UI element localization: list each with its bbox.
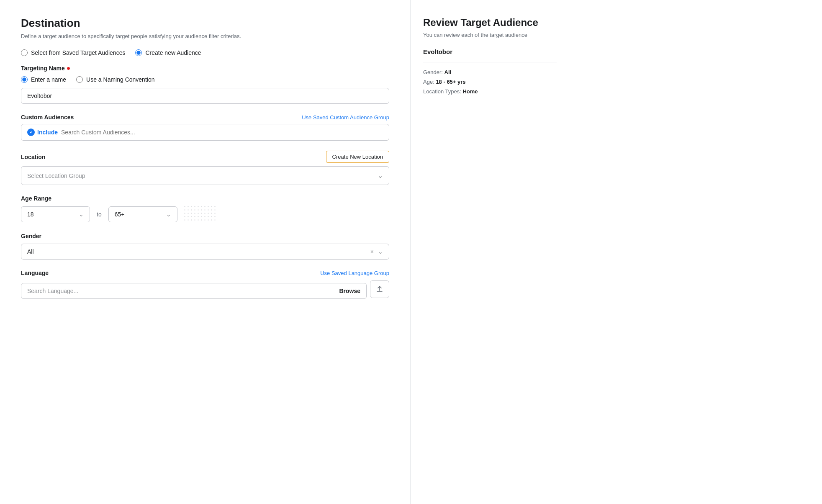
location-chevron-icon: ⌄ [378, 172, 383, 180]
sidebar-audience-name: Evoltobor [423, 48, 557, 55]
sidebar-subtitle: You can review each of the target audien… [423, 32, 557, 38]
gender-right-icons: × ⌄ [370, 248, 383, 255]
include-badge: Include [27, 129, 58, 136]
sidebar-title: Review Target Audience [423, 17, 557, 28]
targeting-name-label: Targeting Name ● [21, 64, 389, 72]
create-audience-radio-label[interactable]: Create new Audience [135, 49, 201, 56]
location-section: Location Create New Location Select Loca… [21, 151, 389, 185]
audience-type-group: Select from Saved Target Audiences Creat… [21, 49, 389, 56]
sidebar-divider [423, 62, 557, 62]
gender-clear-icon[interactable]: × [370, 248, 374, 255]
language-row: Search Language... Browse [21, 280, 389, 299]
include-label: Include [37, 129, 58, 136]
age-from-value: 18 [27, 211, 34, 218]
language-header: Language Use Saved Language Group [21, 270, 389, 276]
age-range-section: Age Range 18 ⌄ to 65+ ⌄ [21, 195, 389, 223]
gender-label: Gender [21, 233, 389, 239]
sidebar: Review Target Audience You can review ea… [410, 0, 569, 504]
page-subtitle: Define a target audience to specifically… [21, 33, 389, 39]
language-placeholder: Search Language... [27, 288, 339, 294]
age-to-value: 65+ [115, 211, 125, 218]
custom-audiences-input[interactable] [61, 129, 383, 136]
sidebar-age-detail: Age: 18 - 65+ yrs [423, 79, 557, 85]
age-from-chevron-icon: ⌄ [79, 211, 84, 218]
naming-convention-radio[interactable] [76, 76, 83, 83]
gender-section: Gender All × ⌄ [21, 233, 389, 260]
saved-audiences-radio[interactable] [21, 49, 28, 56]
age-range-wrapper: 18 ⌄ to 65+ ⌄ [21, 206, 389, 223]
naming-convention-group: Enter a name Use a Naming Convention [21, 76, 389, 83]
age-range-label: Age Range [21, 195, 389, 202]
age-to-label: to [97, 211, 102, 218]
enter-name-radio-label[interactable]: Enter a name [21, 76, 66, 83]
custom-audiences-label: Custom Audiences [21, 114, 74, 121]
create-audience-radio[interactable] [135, 49, 142, 56]
naming-convention-label: Use a Naming Convention [86, 76, 154, 83]
page-title: Destination [21, 17, 389, 30]
upload-icon [376, 286, 383, 293]
use-saved-language-group-button[interactable]: Use Saved Language Group [320, 270, 389, 276]
targeting-name-section: Targeting Name ● Enter a name Use a Nami… [21, 64, 389, 114]
language-search-box[interactable]: Search Language... Browse [21, 283, 367, 299]
gender-value: All [27, 248, 34, 255]
use-saved-custom-audience-button[interactable]: Use Saved Custom Audience Group [302, 114, 389, 121]
age-to-select[interactable]: 65+ ⌄ [108, 206, 177, 222]
saved-audiences-radio-label[interactable]: Select from Saved Target Audiences [21, 49, 125, 56]
language-label: Language [21, 270, 49, 276]
age-range-controls: 18 ⌄ to 65+ ⌄ [21, 206, 389, 223]
required-indicator: ● [67, 64, 71, 72]
dots-pattern-svg [184, 206, 218, 223]
targeting-name-input[interactable] [21, 88, 389, 104]
sidebar-location-types-detail: Location Types: Home [423, 88, 557, 95]
gender-select[interactable]: All × ⌄ [21, 244, 389, 260]
dotted-decoration [184, 206, 218, 223]
age-from-select[interactable]: 18 ⌄ [21, 206, 90, 222]
language-browse-button[interactable]: Browse [339, 288, 360, 294]
location-group-select[interactable]: Select Location Group ⌄ [21, 166, 389, 185]
custom-audiences-header: Custom Audiences Use Saved Custom Audien… [21, 114, 389, 121]
location-header: Location Create New Location [21, 151, 389, 163]
language-upload-button[interactable] [370, 280, 389, 298]
gender-chevron-icon: ⌄ [378, 248, 383, 255]
create-new-location-button[interactable]: Create New Location [326, 151, 389, 163]
location-label: Location [21, 154, 45, 160]
create-audience-label: Create new Audience [145, 49, 201, 56]
enter-name-label: Enter a name [31, 76, 66, 83]
custom-audiences-search-box: Include [21, 124, 389, 141]
saved-audiences-label: Select from Saved Target Audiences [31, 49, 125, 56]
svg-rect-1 [184, 206, 218, 223]
sidebar-gender-detail: Gender: All [423, 69, 557, 75]
include-shield-icon [27, 129, 35, 136]
custom-audiences-section: Custom Audiences Use Saved Custom Audien… [21, 114, 389, 141]
enter-name-radio[interactable] [21, 76, 28, 83]
location-placeholder: Select Location Group [27, 172, 85, 179]
language-section: Language Use Saved Language Group Search… [21, 270, 389, 299]
naming-convention-radio-label[interactable]: Use a Naming Convention [76, 76, 154, 83]
age-to-chevron-icon: ⌄ [166, 211, 171, 218]
